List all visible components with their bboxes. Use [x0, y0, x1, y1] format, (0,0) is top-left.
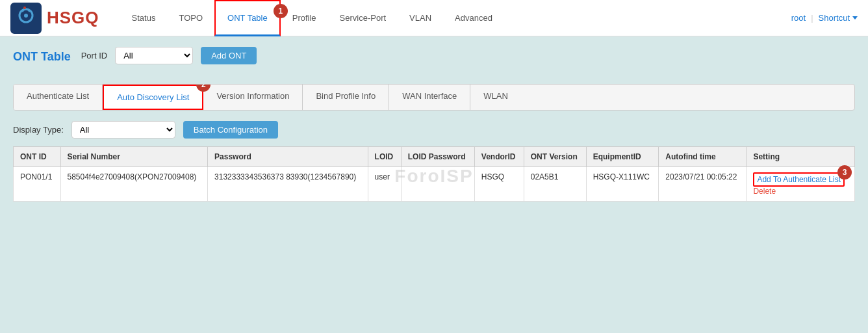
display-type-select[interactable]: All [71, 121, 175, 139]
cell-loid: user [368, 167, 401, 202]
setting-box: Add To Authenticate List [753, 172, 845, 187]
display-type-label: Display Type: [13, 125, 64, 135]
port-id-label: Port ID [81, 51, 107, 60]
main-content: ONT Table Port ID All PON01 PON02 Add ON… [0, 36, 868, 212]
col-ont-id: ONT ID [14, 147, 61, 167]
nav-right: root | Shortcut [791, 13, 858, 23]
cell-vendor-id: HSGQ [474, 167, 524, 202]
tab-wan-interface[interactable]: WAN Interface [389, 85, 470, 110]
logo-icon [10, 3, 42, 34]
cell-equipment-id: HSGQ-X111WC [586, 167, 659, 202]
col-ont-version: ONT Version [524, 147, 586, 167]
tab-authenticate-list[interactable]: Authenticate List [14, 85, 103, 110]
port-id-select[interactable]: All PON01 PON02 [115, 47, 193, 64]
logo-area: HSGQ [10, 3, 99, 34]
cell-serial-number: 58504f4e27009408(XPON27009408) [60, 167, 208, 202]
tabs-row: Authenticate List Auto Discovery List 2 … [13, 84, 855, 111]
col-loid: LOID [368, 147, 401, 167]
col-setting: Setting [747, 147, 855, 167]
brand-name: HSGQ [47, 8, 99, 28]
col-autofind-time: Autofind time [659, 147, 747, 167]
tab-wlan[interactable]: WLAN [470, 85, 521, 110]
step-badge-1: 1 [274, 4, 288, 18]
tab-bind-profile-info[interactable]: Bind Profile Info [303, 85, 389, 110]
nav-shortcut[interactable]: Shortcut [819, 13, 858, 23]
col-loid-password: LOID Password [401, 147, 474, 167]
nav-user: root [791, 13, 806, 23]
nav-item-ont-table[interactable]: ONT Table [214, 0, 281, 36]
chevron-down-icon [852, 16, 858, 20]
cell-loid-password [401, 167, 474, 202]
cell-ont-id: PON01/1 [14, 167, 61, 202]
svg-rect-3 [23, 7, 26, 9]
add-to-authenticate-list-link[interactable]: Add To Authenticate List [757, 175, 841, 184]
cell-ont-version: 02A5B1 [524, 167, 586, 202]
cell-setting: Add To Authenticate List 3 Delete [747, 167, 855, 202]
col-vendor-id: VendorID [474, 147, 524, 167]
step-badge-3: 3 [837, 165, 852, 180]
svg-point-2 [24, 14, 28, 18]
nav-item-profile[interactable]: Profile [281, 0, 328, 36]
tab-version-information[interactable]: Version Information [203, 85, 303, 110]
svg-rect-0 [10, 3, 42, 34]
nav-item-advanced[interactable]: Advanced [443, 0, 504, 36]
page-title: ONT Table [13, 50, 71, 64]
header: HSGQ Status TOPO ONT Table 1 Profile Ser… [0, 0, 868, 36]
table-container: ForoISP ONT ID Serial Number Password LO… [13, 146, 855, 202]
table-row: PON01/1 58504f4e27009408(XPON27009408) 3… [14, 167, 855, 202]
nav-item-vlan[interactable]: VLAN [398, 0, 443, 36]
cell-password: 3132333343536373 83930(1234567890) [208, 167, 368, 202]
add-ont-button[interactable]: Add ONT [201, 47, 257, 64]
col-equipment-id: EquipmentID [586, 147, 659, 167]
nav-item-service-port[interactable]: Service-Port [328, 0, 398, 36]
nav-item-status[interactable]: Status [120, 0, 168, 36]
delete-link[interactable]: Delete [753, 187, 776, 196]
col-password: Password [208, 147, 368, 167]
col-serial-number: Serial Number [60, 147, 208, 167]
nav-item-topo[interactable]: TOPO [167, 0, 214, 36]
cell-autofind-time: 2023/07/21 00:05:22 [659, 167, 747, 202]
nav: Status TOPO ONT Table 1 Profile Service-… [120, 0, 791, 36]
data-table: ONT ID Serial Number Password LOID LOID … [13, 146, 855, 202]
filter-row: Display Type: All Batch Configuration [13, 121, 855, 139]
top-controls: Port ID All PON01 PON02 Add ONT [81, 47, 257, 64]
tab-auto-discovery-list[interactable]: Auto Discovery List [103, 85, 203, 110]
batch-config-button[interactable]: Batch Configuration [183, 121, 278, 139]
